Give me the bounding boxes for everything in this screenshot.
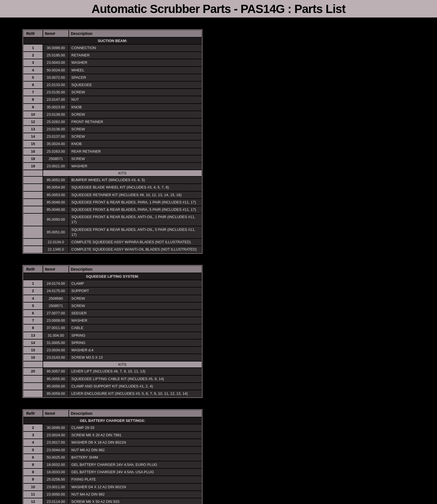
table-row: 423.0017.00WASHER D6 X 18 A2 DIN 9021N [23, 439, 202, 446]
table-row: 1223.0114.00SCREW M6 X 50 A2 DIN 933 [23, 498, 202, 504]
item-cell: 95.0055.00 [43, 375, 69, 383]
desc-cell: SCREW M6 X 20 A2 DIN 7991 [69, 431, 202, 439]
desc-cell: REAR RETAINER [69, 148, 202, 155]
desc-cell: SQUEEGEE [69, 81, 202, 89]
ref-cell: 13 [23, 332, 43, 339]
table-row: 1625.0263.00REAR RETAINER [23, 148, 202, 155]
section-title: SUCTION BEAM: [23, 37, 202, 44]
ref-cell: 14 [23, 133, 43, 140]
desc-cell: CLAMP [69, 280, 202, 287]
ref-cell: 14 [23, 339, 43, 347]
item-cell: 18.0033.00 [43, 468, 69, 476]
item-cell: 23.0017.00 [43, 439, 69, 446]
item-cell: 95.0059.00 [43, 390, 69, 397]
item-cell: 23.0147.00 [43, 96, 69, 103]
item-cell: 23.0135.00 [43, 89, 69, 96]
table-row: 1523.0034.00WASHER d.4 [23, 347, 202, 354]
item-cell: 95.0058.00 [43, 383, 69, 390]
item-cell: 95.0054.00 [43, 184, 69, 191]
table-row: 1225.0262.00FRONT RETAINER [23, 118, 202, 126]
kits-label: KITS [43, 170, 202, 176]
ref-cell: 3 [23, 431, 43, 439]
ref-cell: 20 [23, 368, 43, 375]
table-header-row: Ref#Item#Description [23, 266, 202, 273]
ref-cell: 2 [23, 52, 43, 59]
table-row: 1423.0137.00SCREW [23, 133, 202, 140]
ref-cell: 9 [23, 476, 43, 483]
item-cell: 23.0034.00 [43, 347, 69, 354]
table-row: 42508560SCREW [23, 295, 202, 302]
section-title: GEL BATTERY CHARGER SETTINGS: [23, 417, 202, 424]
desc-cell: FRONT RETAINER [69, 118, 202, 126]
ref-cell [23, 375, 43, 383]
desc-cell: FIXING PLATE [69, 476, 202, 483]
ref-cell: 12 [23, 118, 43, 126]
kits-label: KITS [43, 361, 202, 368]
ref-cell [23, 246, 43, 253]
item-cell: 50.0025.00 [43, 454, 69, 461]
table-row: 230.0099.00CLAMP 29-33 [23, 424, 202, 431]
ref-cell: 8 [23, 461, 43, 468]
desc-cell: WHEEL [69, 67, 202, 74]
item-cell: 2508571 [43, 155, 69, 163]
parts-table: Ref#Item#DescriptionSUCTION BEAM:130.009… [23, 29, 202, 254]
item-cell: 95.0048.00 [43, 199, 69, 206]
desc-cell: WASHER [69, 163, 202, 170]
table-row: 823.0147.00NUT [23, 96, 202, 103]
table-row: 225.0195.00RETAINER [23, 52, 202, 59]
ref-cell: 8 [23, 324, 43, 332]
desc-cell: SPRING [69, 332, 202, 339]
item-cell: 23.0043.00 [43, 59, 69, 66]
item-cell: 22.1345.0 [43, 246, 69, 253]
table-row: 1535.0024.00KNOB [23, 140, 202, 148]
table-header-row: Ref#Item#Description [23, 410, 202, 417]
ref-cell: 9 [23, 104, 43, 111]
ref-cell: 6 [23, 310, 43, 317]
ref-cell: 15 [23, 140, 43, 148]
table-row: 627.0077.00SEEGER [23, 310, 202, 317]
desc-cell: SQUEEGEE FRONT & REAR BLADES, ANTI-OIL, … [69, 226, 202, 238]
item-cell: 22.0134.0 [43, 238, 69, 246]
table-row: 1023.0011.00WASHER D4 X 12 A2 DIN 9021N [23, 483, 202, 491]
item-cell: 31.004.00 [43, 332, 69, 339]
item-cell: 30.0099.00 [43, 424, 69, 431]
ref-cell [23, 191, 43, 199]
desc-cell: SCREW [69, 111, 202, 118]
col-header-ref: Ref# [23, 30, 43, 37]
ref-cell: 6 [23, 454, 43, 461]
table-row: 95.0052.00BUMPER WHEEL KIT (9INCLUDES #3… [23, 176, 202, 184]
ref-cell [23, 390, 43, 397]
ref-cell: 6 [23, 81, 43, 89]
ref-cell: 3 [23, 59, 43, 66]
desc-cell: BUMPER WHEEL KIT (9INCLUDES #3, 4, 5) [69, 176, 202, 184]
ref-cell: 2 [23, 287, 43, 295]
ref-cell: 11 [23, 491, 43, 498]
desc-cell: CABLE [69, 324, 202, 332]
desc-cell: LEVER ENCLOSURE KIT (INCLUDES #3, 5, 6, … [69, 390, 202, 397]
desc-cell: SPACER [69, 74, 202, 81]
item-cell: 95.0050.00 [43, 213, 69, 226]
ref-cell: 2 [23, 424, 43, 431]
table-row: 323.0024.00SCREW M6 X 20 A2 DIN 7991 [23, 431, 202, 439]
table-row: 95.0055.00SQUEEGEE LIFTING CABLE KIT (IN… [23, 375, 202, 383]
ref-cell: 8 [23, 96, 43, 103]
table-row: 95.0051.00SQUEEGEE FRONT & REAR BLADES, … [23, 226, 202, 238]
desc-cell: SCREW [69, 126, 202, 133]
desc-cell: SCREW [69, 295, 202, 302]
ref-cell: 15 [23, 347, 43, 354]
desc-cell: SCREW M3.5 X 13 [69, 354, 202, 361]
desc-cell: SUPPORT [69, 287, 202, 295]
desc-cell: LEVER LIFT (INCLUDES #6, 7, 9, 10, 11, 1… [69, 368, 202, 375]
desc-cell: SQUEEGEE FRONT & REAR BLADES, PARA, 1 PA… [69, 199, 202, 206]
item-cell: 23.0044.00 [43, 446, 69, 454]
ref-cell: 19 [23, 163, 43, 170]
table-row: 22.1345.0COMPLETE SQUEEGEE ASSY W/ANTI-O… [23, 246, 202, 253]
ref-cell: 5 [23, 74, 43, 81]
kits-blank-cell [23, 361, 43, 368]
table-row: 22.0134.0COMPLETE SQUEEGEE ASSY W/PARA B… [23, 238, 202, 246]
ref-cell [23, 206, 43, 213]
item-cell: 23.0139.00 [43, 111, 69, 118]
item-cell: 2508560 [43, 295, 69, 302]
desc-cell: SCREW M6 X 50 A2 DIN 933 [69, 498, 202, 504]
desc-cell: SCREW [69, 133, 202, 140]
